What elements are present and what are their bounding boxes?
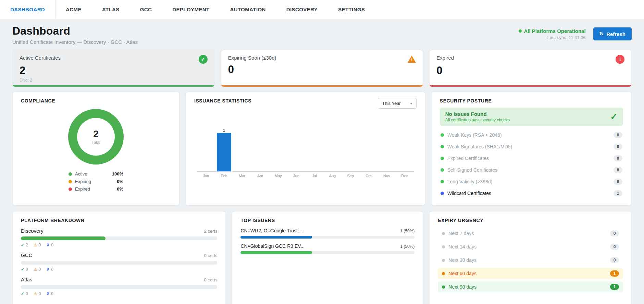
count-badge: 0 bbox=[614, 155, 622, 161]
issuance-x-axis-labels: JanFebMarAprMayJunJulAugSepOctNovDec bbox=[197, 174, 414, 178]
security-check-weak-keys: Weak Keys (RSA < 2048) 0 bbox=[440, 129, 623, 141]
donut-center: 2 Total bbox=[77, 118, 115, 156]
platform-list: Discovery 2 certs ✓2 ⚠0 ✗0 GCC bbox=[21, 228, 217, 296]
legend-dot-expiring bbox=[69, 180, 72, 183]
issuer-name: CN=GlobalSign GCC R3 EV... bbox=[240, 243, 305, 249]
middle-cards-row: COMPLIANCE 2 Total Active 100% Expir bbox=[0, 87, 644, 206]
check-icon: ✓ bbox=[21, 267, 24, 272]
security-check-expired: Expired Certificates 0 bbox=[440, 153, 623, 164]
err-count: 0 bbox=[51, 243, 53, 247]
security-posture-card: SECURITY POSTURE No Issues Found All cer… bbox=[431, 92, 632, 206]
platform-item-atlas: Atlas 0 certs ✓0 ⚠0 ✗0 bbox=[21, 277, 217, 296]
top-tab-bar: DASHBOARD ACME ATLAS GCC DEPLOYMENT AUTO… bbox=[0, 0, 644, 19]
issuance-bar-chart: 1 JanFebMarAprMayJunJulAugSepOctNovDec bbox=[194, 124, 417, 178]
cross-icon: ✗ bbox=[46, 267, 50, 272]
status-dot-icon bbox=[442, 245, 445, 248]
x-axis-tick-label: Aug bbox=[323, 174, 342, 178]
x-axis-tick-label: Feb bbox=[215, 174, 233, 178]
issuer-count: 1 (50%) bbox=[400, 229, 414, 233]
donut-total-label: Total bbox=[91, 140, 100, 145]
issuer-progress-fill bbox=[240, 236, 312, 239]
check-icon: ✓ bbox=[610, 111, 618, 122]
stat-label: Expiring Soon (≤30d) bbox=[228, 55, 276, 61]
x-axis-tick-label: Jun bbox=[287, 174, 306, 178]
chevron-down-icon: ▾ bbox=[410, 101, 412, 105]
tab-dashboard[interactable]: DASHBOARD bbox=[0, 0, 55, 19]
security-check-self-signed: Self-Signed Certificates 0 bbox=[440, 164, 623, 176]
legend-item-active: Active 100% bbox=[69, 171, 123, 177]
legend-value: 0% bbox=[117, 186, 123, 192]
security-check-wildcard: Wildcard Certificates 1 bbox=[440, 187, 623, 199]
page-header: Dashboard Unified Certificate Inventory … bbox=[0, 19, 644, 48]
check-label: Wildcard Certificates bbox=[447, 191, 610, 196]
x-axis-tick-label: Dec bbox=[396, 174, 414, 178]
tab-settings[interactable]: SETTINGS bbox=[328, 0, 375, 19]
stat-value: 0 bbox=[228, 63, 416, 76]
refresh-button[interactable]: ↻ Refresh bbox=[593, 27, 632, 40]
stat-value: 2 bbox=[20, 64, 208, 77]
year-filter-select[interactable]: This Year ▾ bbox=[378, 98, 417, 109]
stat-subtext: Disc: 2 bbox=[20, 78, 208, 83]
issuer-list: CN=WR2, O=Google Trust ... 1 (50%) CN=Gl… bbox=[240, 228, 414, 254]
platform-progress-track bbox=[21, 285, 217, 289]
expiry-label: Next 7 days bbox=[448, 231, 607, 236]
tab-discovery[interactable]: DISCOVERY bbox=[276, 0, 328, 19]
check-label: Expired Certificates bbox=[447, 156, 610, 161]
compliance-legend: Active 100% Expiring 0% Expired 0% bbox=[69, 171, 123, 192]
stat-card-expiring-soon[interactable]: Expiring Soon (≤30d) 0 bbox=[221, 50, 423, 87]
cross-icon: ✗ bbox=[46, 243, 50, 247]
stat-card-active-certificates[interactable]: Active Certificates ✓ 2 Disc: 2 bbox=[12, 50, 215, 87]
stat-subtext bbox=[228, 77, 416, 82]
check-label: Weak Signatures (SHA1/MD5) bbox=[447, 144, 610, 149]
x-axis-tick-label: Sep bbox=[342, 174, 360, 178]
platform-breakdown-card: PLATFORM BREAKDOWN Discovery 2 certs ✓2 … bbox=[12, 211, 226, 304]
platform-name: Atlas bbox=[21, 277, 32, 282]
warning-triangle-icon bbox=[408, 56, 416, 63]
expiry-row-90-days: Next 90 days 1 bbox=[438, 281, 623, 292]
tab-atlas[interactable]: ATLAS bbox=[92, 0, 130, 19]
bottom-cards-row: PLATFORM BREAKDOWN Discovery 2 certs ✓2 … bbox=[0, 206, 644, 304]
platform-progress-track bbox=[21, 236, 217, 240]
warning-icon: ⚠ bbox=[34, 243, 37, 247]
security-check-long-validity: Long Validity (>398d) 0 bbox=[440, 176, 623, 187]
tab-automation[interactable]: AUTOMATION bbox=[220, 0, 276, 19]
platform-status-counts: ✓0 ⚠0 ✗0 bbox=[21, 291, 217, 296]
security-check-weak-signatures: Weak Signatures (SHA1/MD5) 0 bbox=[440, 141, 623, 153]
check-label: Long Validity (>398d) bbox=[447, 179, 610, 184]
platform-progress-fill bbox=[21, 236, 106, 240]
expiry-list: Next 7 days 0 Next 14 days 0 Next 30 day… bbox=[438, 228, 623, 292]
count-badge: 0 bbox=[610, 230, 619, 236]
platform-name: Discovery bbox=[21, 228, 44, 234]
legend-label: Expired bbox=[75, 186, 114, 192]
expiry-row-30-days: Next 30 days 0 bbox=[438, 255, 623, 266]
tab-acme[interactable]: ACME bbox=[55, 0, 92, 19]
check-label: Self-Signed Certificates bbox=[447, 167, 610, 173]
ok-count: 2 bbox=[26, 243, 28, 247]
status-dot-icon bbox=[519, 29, 522, 33]
refresh-icon: ↻ bbox=[599, 31, 604, 37]
tab-deployment[interactable]: DEPLOYMENT bbox=[162, 0, 220, 19]
legend-value: 0% bbox=[117, 179, 123, 184]
stat-card-expired[interactable]: Expired ! 0 bbox=[429, 50, 632, 87]
expiry-label: Next 30 days bbox=[448, 257, 607, 263]
issuer-count: 1 (50%) bbox=[400, 244, 414, 249]
issuer-item: CN=GlobalSign GCC R3 EV... 1 (50%) bbox=[240, 243, 414, 254]
last-sync-text: Last sync: 11:41:06 bbox=[519, 35, 586, 40]
security-banner-text: No Issues Found All certificates pass se… bbox=[445, 111, 510, 122]
check-glyph: ✓ bbox=[201, 57, 205, 62]
status-dot-icon bbox=[441, 157, 444, 160]
stat-value: 0 bbox=[436, 64, 624, 77]
page-title: Dashboard bbox=[12, 25, 138, 37]
x-axis-tick-label: Nov bbox=[377, 174, 396, 178]
error-glyph: ! bbox=[619, 57, 621, 62]
top-issuers-card: TOP ISSUERS CN=WR2, O=Google Trust ... 1… bbox=[232, 211, 423, 304]
security-title: SECURITY POSTURE bbox=[440, 98, 623, 104]
platform-cert-count: 2 certs bbox=[204, 229, 217, 234]
x-axis-tick-label: Apr bbox=[251, 174, 269, 178]
dashboard-page: DASHBOARD ACME ATLAS GCC DEPLOYMENT AUTO… bbox=[0, 0, 644, 304]
status-dot-icon bbox=[441, 168, 444, 172]
page-subtitle: Unified Certificate Inventory — Discover… bbox=[12, 39, 138, 45]
expiry-label: Next 90 days bbox=[448, 284, 607, 290]
tab-gcc[interactable]: GCC bbox=[130, 0, 162, 19]
security-banner-title: No Issues Found bbox=[445, 111, 510, 117]
